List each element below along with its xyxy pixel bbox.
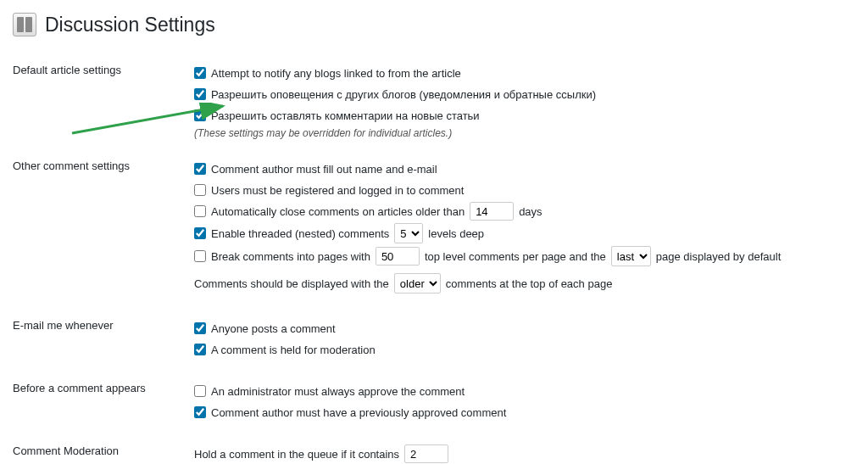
checkbox-allow-pingbacks[interactable] xyxy=(194,88,206,100)
label-threaded-pre: Enable threaded (nested) comments xyxy=(211,227,389,240)
label-threaded-post: levels deep xyxy=(428,227,484,240)
checkbox-email-on-post[interactable] xyxy=(194,322,206,334)
label-order-post: comments at the top of each page xyxy=(446,277,613,290)
select-comment-order[interactable]: older xyxy=(394,273,441,293)
select-threaded-levels[interactable]: 5 xyxy=(394,223,423,243)
label-autoclose-post: days xyxy=(519,205,542,218)
page-title: Discussion Settings xyxy=(45,14,215,36)
select-default-page[interactable]: last xyxy=(611,246,651,266)
article-settings-note: (These settings may be overridden for in… xyxy=(194,127,855,139)
checkbox-paginate[interactable] xyxy=(194,250,206,262)
input-hold-link-count[interactable] xyxy=(404,444,448,463)
label-break-mid: top level comments per page and the xyxy=(425,250,606,263)
checkbox-autoclose[interactable] xyxy=(194,205,206,217)
label-registered-users: Users must be registered and logged in t… xyxy=(211,184,464,197)
checkbox-email-on-moderation[interactable] xyxy=(194,344,206,355)
label-autoclose-pre: Automatically close comments on articles… xyxy=(211,205,465,218)
checkbox-allow-comments[interactable] xyxy=(194,109,206,121)
input-comments-per-page[interactable] xyxy=(376,247,420,266)
checkbox-threaded[interactable] xyxy=(194,227,206,239)
section-before-appear-label: Before a comment appears xyxy=(13,372,194,434)
section-moderation-label: Comment Moderation xyxy=(13,434,194,464)
checkbox-author-name-email[interactable] xyxy=(194,163,206,175)
section-email-label: E-mail me whenever xyxy=(13,309,194,372)
label-email-on-moderation: A comment is held for moderation xyxy=(211,344,376,356)
label-break-pre: Break comments into pages with xyxy=(211,250,370,263)
checkbox-notify-linked-blogs[interactable] xyxy=(194,67,206,79)
label-email-on-post: Anyone posts a comment xyxy=(211,322,336,335)
settings-sliders-icon xyxy=(13,13,36,36)
label-prev-approved: Comment author must have a previously ap… xyxy=(211,406,506,419)
label-order-pre: Comments should be displayed with the xyxy=(194,277,389,290)
label-notify-linked-blogs: Attempt to notify any blogs linked to fr… xyxy=(211,67,461,80)
section-other-comments-label: Other comment settings xyxy=(13,149,194,309)
label-break-post: page displayed by default xyxy=(656,250,781,263)
label-hold-pre: Hold a comment in the queue if it contai… xyxy=(194,448,399,461)
label-allow-pingbacks: Разрешить оповещения с других блогов (ув… xyxy=(211,88,596,101)
input-autoclose-days[interactable] xyxy=(470,202,514,221)
checkbox-registered-users[interactable] xyxy=(194,184,206,196)
label-admin-approve: An administrator must always approve the… xyxy=(211,385,465,398)
label-author-name-email: Comment author must fill out name and e-… xyxy=(211,163,437,176)
checkbox-prev-approved[interactable] xyxy=(194,406,206,418)
page-header: Discussion Settings xyxy=(13,13,855,36)
section-default-article-label: Default article settings xyxy=(13,53,194,149)
checkbox-admin-approve[interactable] xyxy=(194,385,206,397)
label-allow-comments: Разрешить оставлять комментарии на новые… xyxy=(211,109,480,122)
